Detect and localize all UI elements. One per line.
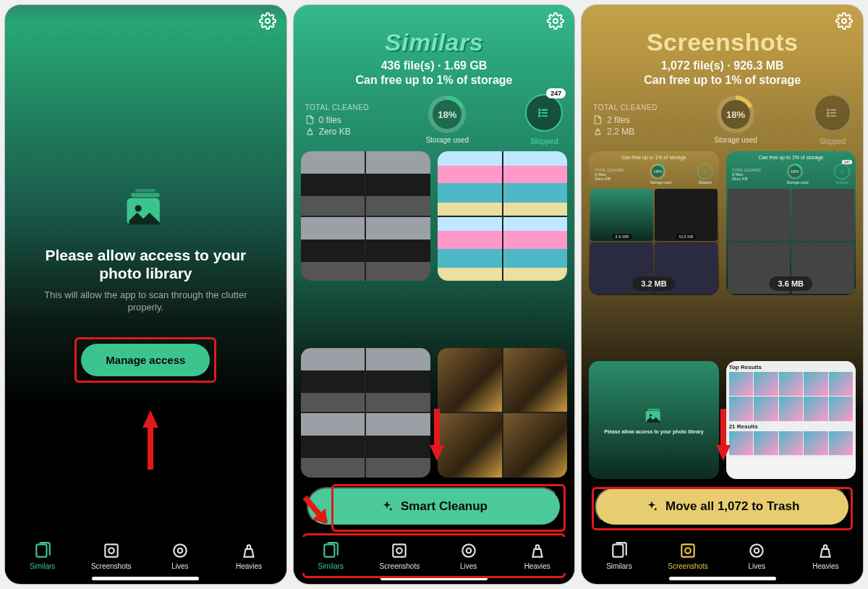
lives-icon [459,541,478,560]
screenshot-item[interactable]: Can free up to 1% of storage TOTAL CLEAN… [726,151,856,295]
page-title: Screenshots [592,28,853,56]
svg-point-4 [135,205,142,212]
tab-label: Lives [460,562,477,570]
svg-rect-2 [131,193,160,198]
screenshots-icon [102,541,121,560]
svg-point-8 [174,544,186,556]
svg-point-16 [539,115,540,116]
files-count: 2 files [607,115,629,125]
svg-point-35 [751,544,763,556]
top-bar [5,5,286,30]
screenshot-item[interactable]: Can free up to 1% of storage TOTAL CLEAN… [589,151,718,295]
tab-heavies[interactable]: Heavies [791,541,860,570]
total-cleaned-label: TOTAL CLEANED [305,103,370,111]
stats-row: TOTAL CLEANED 2 files 2.2 MB 18% Storage… [582,87,863,151]
weight-icon [593,127,603,136]
tab-screenshots[interactable]: Screenshots [654,541,723,570]
screenshot-grid: Can free up to 1% of storage TOTAL CLEAN… [582,151,863,537]
home-indicator [669,577,776,580]
annotation-box [331,484,566,532]
size-badge: 3.6 MB [770,276,812,291]
tab-label: Lives [171,562,188,570]
screenshot-item[interactable]: Top Results 21 Results [726,361,856,479]
similars-icon [610,541,629,560]
skipped-button[interactable]: 247 Skipped [525,94,563,145]
svg-rect-3 [135,189,156,192]
annotation-arrow-icon [716,445,731,461]
list-icon [825,106,840,120]
similar-group[interactable] [301,151,430,281]
similar-group[interactable] [301,348,430,478]
screenshots-icon [390,541,409,560]
free-summary: Can free up to 1% of storage [304,74,565,87]
svg-point-20 [462,544,475,556]
tab-similars[interactable]: Similars [584,541,653,570]
top-bar [294,5,575,30]
annotation-box [592,487,853,530]
svg-point-19 [397,548,403,554]
screen-3: Screenshots 1,072 file(s) · 926.3 MB Can… [581,4,864,585]
list-icon [537,106,551,120]
settings-gear-icon[interactable] [835,12,853,30]
mini-free-line: Can free up to 1% of storage [589,151,718,162]
svg-point-7 [109,548,114,554]
screen-1: Please allow access to your photo librar… [4,4,287,585]
tab-heavies[interactable]: Heavies [503,541,571,570]
tab-label: Similars [606,562,632,570]
screenshot-item[interactable]: Please allow access to your photo librar… [589,361,718,479]
files-summary: 1,072 file(s) · 926.3 MB [592,59,853,72]
settings-gear-icon[interactable] [547,12,564,30]
heavies-icon [239,541,258,560]
svg-point-22 [842,19,846,23]
tab-bar: Similars Screenshots Lives Heavies [582,537,863,573]
top-bar [582,5,863,30]
svg-point-9 [178,548,183,554]
tab-screenshots[interactable]: Screenshots [365,541,434,570]
tab-label: Heavies [236,562,262,570]
svg-rect-18 [393,544,406,556]
tab-label: Heavies [812,562,838,570]
file-icon [305,115,315,124]
svg-point-36 [754,548,760,554]
annotation-arrow-icon [142,410,158,428]
storage-used-ring: 18% Storage used [714,96,757,144]
tab-label: Similars [30,562,56,570]
photo-library-icon [643,404,665,426]
tab-bar: Similars Screenshots Lives Heavies [5,537,286,573]
files-count: 0 files [319,115,341,125]
tab-similars[interactable]: Similars [297,541,365,570]
tab-lives[interactable]: Lives [723,541,791,570]
tab-lives[interactable]: Lives [434,541,503,570]
heavies-icon [816,541,835,560]
stats-row: TOTAL CLEANED 0 files Zero KB 18% Storag… [294,87,575,151]
svg-point-0 [265,19,270,23]
permission-title: Please allow access to your photo librar… [25,246,266,282]
file-icon [593,115,603,124]
mini-free-line: Can free up to 1% of storage [726,151,856,162]
svg-point-21 [466,548,471,554]
tab-similars[interactable]: Similars [8,541,77,570]
total-cleaned-block: TOTAL CLEANED 0 files Zero KB [305,103,370,137]
svg-rect-5 [36,544,46,556]
tab-label: Heavies [524,562,550,570]
svg-rect-30 [647,409,660,411]
skipped-label: Skipped [820,137,846,145]
similar-group[interactable] [438,151,567,281]
tab-screenshots[interactable]: Screenshots [77,541,145,570]
hero: Screenshots 1,072 file(s) · 926.3 MB Can… [582,28,863,87]
similars-icon [321,541,340,560]
home-indicator [92,577,199,580]
page-title: Similars [304,28,565,56]
tab-label: Similars [318,562,344,570]
settings-gear-icon[interactable] [259,12,276,30]
photo-library-icon [121,184,170,233]
lives-icon [171,541,190,560]
total-cleaned-label: TOTAL CLEANED [593,103,658,111]
skipped-button[interactable]: Skipped [814,94,851,145]
skipped-label: Skipped [530,137,558,145]
tab-lives[interactable]: Lives [145,541,214,570]
tab-heavies[interactable]: Heavies [214,541,283,570]
similar-group[interactable] [438,348,567,478]
storage-label: Storage used [426,136,469,144]
manage-access-button[interactable]: Manage access [81,344,210,376]
